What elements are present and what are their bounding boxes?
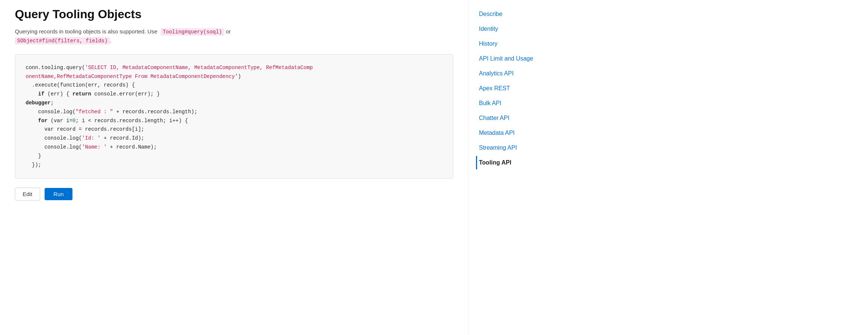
- sidebar-item-streaming: Streaming API: [476, 141, 565, 155]
- code-block-wrapper: conn.tooling.query('SELECT ID, MetadataC…: [15, 54, 453, 179]
- page-title: Query Tooling Objects: [15, 7, 453, 21]
- sidebar-item-describe: Describe: [476, 7, 565, 21]
- sidebar-link-apex-rest[interactable]: Apex REST: [476, 82, 565, 95]
- sidebar-item-metadata: Metadata API: [476, 126, 565, 140]
- sidebar-link-analytics[interactable]: Analytics API: [476, 67, 565, 80]
- button-row: Edit Run: [15, 188, 453, 201]
- sidebar-item-tooling: Tooling API: [476, 156, 565, 169]
- sidebar: Describe Identity History API Limit and …: [468, 0, 565, 335]
- sidebar-item-history: History: [476, 37, 565, 51]
- sidebar-nav: Describe Identity History API Limit and …: [476, 7, 565, 169]
- sidebar-link-tooling[interactable]: Tooling API: [476, 156, 565, 169]
- sidebar-link-describe[interactable]: Describe: [476, 7, 565, 21]
- sidebar-link-bulk[interactable]: Bulk API: [476, 97, 565, 110]
- sidebar-item-api-limit: API Limit and Usage: [476, 52, 565, 65]
- description-end: .: [110, 37, 111, 43]
- sidebar-item-chatter: Chatter API: [476, 111, 565, 125]
- sidebar-link-streaming[interactable]: Streaming API: [476, 141, 565, 155]
- sidebar-link-history[interactable]: History: [476, 37, 565, 51]
- main-content: Query Tooling Objects Querying records i…: [0, 0, 468, 335]
- sidebar-link-chatter[interactable]: Chatter API: [476, 111, 565, 125]
- sidebar-item-apex-rest: Apex REST: [476, 82, 565, 95]
- code-block: conn.tooling.query('SELECT ID, MetadataC…: [26, 64, 443, 170]
- sidebar-link-api-limit[interactable]: API Limit and Usage: [476, 52, 565, 65]
- sidebar-item-identity: Identity: [476, 22, 565, 36]
- run-button[interactable]: Run: [45, 188, 73, 200]
- sidebar-item-bulk: Bulk API: [476, 97, 565, 110]
- code-line1: conn.tooling.query('SELECT ID, MetadataC…: [26, 65, 313, 168]
- sidebar-link-metadata[interactable]: Metadata API: [476, 126, 565, 140]
- inline-code-2: SObject#find(filters, fields): [15, 37, 110, 45]
- description-or: or: [224, 28, 231, 35]
- edit-button[interactable]: Edit: [15, 188, 40, 201]
- description: Querying records in tooling objects is a…: [15, 27, 453, 45]
- description-text: Querying records in tooling objects is a…: [15, 28, 158, 35]
- sidebar-link-identity[interactable]: Identity: [476, 22, 565, 36]
- inline-code-1: Tooling#query(soql): [161, 28, 224, 36]
- sidebar-item-analytics: Analytics API: [476, 67, 565, 80]
